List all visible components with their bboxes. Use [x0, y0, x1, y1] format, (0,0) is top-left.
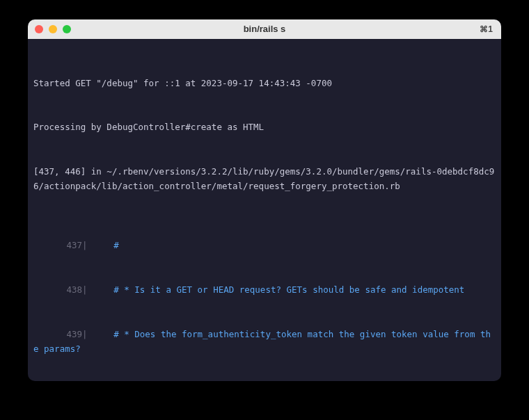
log-line: [437, 446] in ~/.rbenv/versions/3.2.2/li…: [33, 164, 496, 194]
line-number: 437: [49, 238, 82, 252]
code-line: 439| # * Does the form_authenticity_toke…: [33, 327, 496, 357]
window-title: bin/rails s: [244, 22, 286, 37]
titlebar[interactable]: bin/rails s ⌘1: [28, 19, 501, 39]
line-number: 439: [49, 327, 82, 341]
minimize-icon[interactable]: [49, 25, 57, 33]
zoom-icon[interactable]: [63, 25, 71, 33]
line-number: 438: [49, 282, 82, 297]
window-shortcut: ⌘1: [480, 22, 493, 36]
close-icon[interactable]: [35, 25, 43, 33]
code-text: # * Is it a GET or HEAD request? GETs sh…: [113, 284, 464, 295]
log-line: Processing by DebugController#create as …: [33, 120, 496, 134]
log-line: Started GET "/debug" for ::1 at 2023-09-…: [33, 76, 496, 90]
code-line: 438| # * Is it a GET or HEAD request? GE…: [33, 282, 496, 297]
code-text: #: [113, 240, 119, 250]
terminal-window: bin/rails s ⌘1 Started GET "/debug" for …: [28, 19, 501, 381]
terminal-body[interactable]: Started GET "/debug" for ::1 at 2023-09-…: [28, 39, 501, 381]
traffic-lights: [35, 25, 71, 33]
code-line: 437| #: [33, 238, 496, 252]
